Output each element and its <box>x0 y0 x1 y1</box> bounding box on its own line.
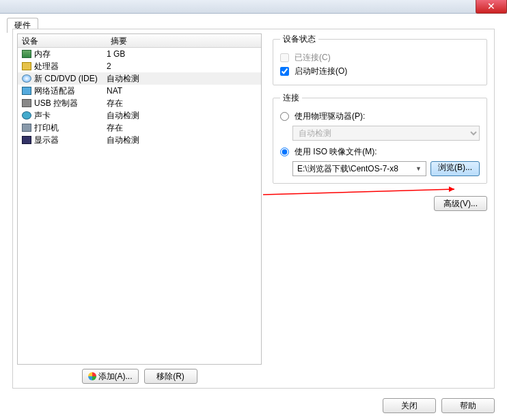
device-row[interactable]: 内存1 GB <box>18 48 261 60</box>
physical-drive-label: 使用物理驱动器(P): <box>294 111 365 122</box>
device-icon <box>22 50 31 58</box>
browse-button[interactable]: 浏览(B)... <box>430 161 480 176</box>
remove-button[interactable]: 移除(R) <box>144 369 197 384</box>
device-summary: NAT <box>107 85 261 97</box>
add-button[interactable]: 添加(A)... <box>82 369 139 384</box>
close-button[interactable]: 关闭 <box>383 398 436 413</box>
device-list[interactable]: 设备 摘要 内存1 GB处理器2新 CD/DVD (IDE)自动检测网络适配器N… <box>17 33 262 365</box>
device-name: USB 控制器 <box>34 97 78 109</box>
device-icon <box>22 136 31 144</box>
device-name: 处理器 <box>34 60 59 72</box>
physical-drive-select: 自动检测 <box>292 126 480 141</box>
connection-group: 连接 使用物理驱动器(P): 自动检测 使用 ISO 映像文件(M): E: <box>273 92 487 184</box>
iso-file-label: 使用 ISO 映像文件(M): <box>294 146 377 158</box>
chevron-down-icon: ▼ <box>415 165 422 172</box>
device-row[interactable]: 声卡自动检测 <box>18 109 261 122</box>
svg-marker-1 <box>449 186 454 192</box>
connection-legend: 连接 <box>280 92 302 104</box>
device-summary: 自动检测 <box>107 109 261 122</box>
device-name: 声卡 <box>34 109 51 122</box>
connected-checkbox <box>280 53 289 62</box>
device-name: 网络适配器 <box>34 85 75 97</box>
shield-icon <box>88 372 96 380</box>
device-icon <box>22 99 31 107</box>
iso-file-radio[interactable] <box>280 148 289 156</box>
connect-on-start-checkbox[interactable] <box>280 67 289 76</box>
col-summary: 摘要 <box>107 34 261 47</box>
device-row[interactable]: USB 控制器存在 <box>18 97 261 109</box>
device-row[interactable]: 打印机存在 <box>18 122 261 134</box>
device-summary: 2 <box>107 60 261 72</box>
col-device: 设备 <box>18 34 107 47</box>
connected-label: 已连接(C) <box>294 52 331 64</box>
device-name: 新 CD/DVD (IDE) <box>34 72 98 85</box>
connect-on-start-label: 启动时连接(O) <box>294 66 347 77</box>
device-status-legend: 设备状态 <box>280 33 318 45</box>
device-summary: 自动检测 <box>107 72 261 85</box>
device-row[interactable]: 显示器自动检测 <box>18 134 261 146</box>
window-titlebar: ✕ <box>0 0 507 14</box>
device-row[interactable]: 新 CD/DVD (IDE)自动检测 <box>18 72 261 85</box>
device-list-header: 设备 摘要 <box>18 34 261 48</box>
device-icon <box>22 87 31 95</box>
close-window-button[interactable]: ✕ <box>476 0 507 14</box>
device-summary: 存在 <box>107 97 261 109</box>
device-summary: 1 GB <box>107 48 261 60</box>
device-summary: 存在 <box>107 122 261 134</box>
device-icon <box>22 124 31 132</box>
device-name: 打印机 <box>34 122 59 134</box>
device-icon <box>22 74 31 83</box>
device-icon <box>22 62 31 70</box>
device-summary: 自动检测 <box>107 134 261 146</box>
device-name: 显示器 <box>34 134 59 146</box>
advanced-button[interactable]: 高级(V)... <box>434 196 487 211</box>
iso-path-text: E:\浏览器下载\CentOS-7-x8 <box>297 163 398 175</box>
physical-drive-radio[interactable] <box>280 112 289 121</box>
device-status-group: 设备状态 已连接(C) 启动时连接(O) <box>273 33 487 85</box>
svg-line-0 <box>263 189 454 195</box>
device-row[interactable]: 处理器2 <box>18 60 261 72</box>
help-button[interactable]: 帮助 <box>441 398 495 413</box>
device-name: 内存 <box>34 48 51 60</box>
device-row[interactable]: 网络适配器NAT <box>18 85 261 97</box>
iso-path-combo[interactable]: E:\浏览器下载\CentOS-7-x8 ▼ <box>292 161 426 176</box>
device-icon <box>22 111 31 120</box>
